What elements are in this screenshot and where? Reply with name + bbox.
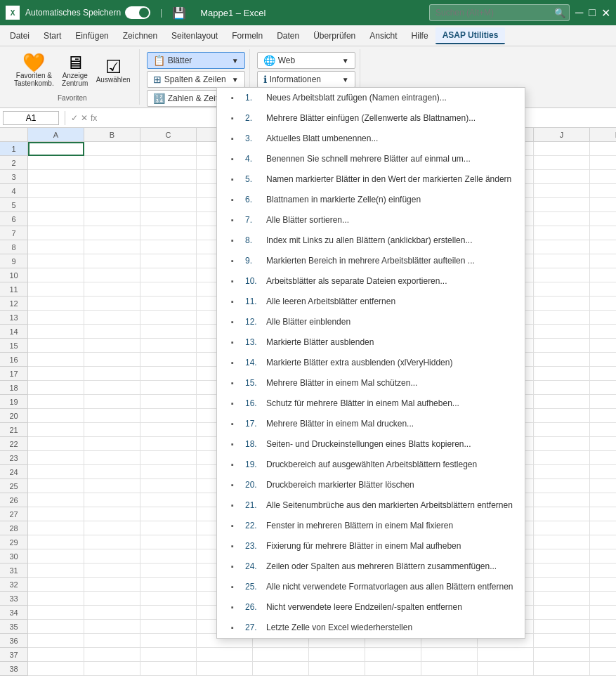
cell-K21[interactable] bbox=[590, 423, 616, 437]
row-header-35[interactable]: 35 bbox=[0, 620, 28, 634]
cell-B38[interactable] bbox=[84, 662, 140, 676]
cell-C3[interactable] bbox=[140, 170, 197, 184]
cell-J30[interactable] bbox=[534, 549, 590, 564]
row-header-14[interactable]: 14 bbox=[0, 325, 28, 339]
cell-J15[interactable] bbox=[534, 339, 590, 353]
informationen-dropdown[interactable]: ℹ Informationen ▼ bbox=[257, 71, 355, 88]
cell-A31[interactable] bbox=[28, 564, 84, 578]
cell-C20[interactable] bbox=[140, 409, 197, 423]
cell-B35[interactable] bbox=[84, 620, 140, 634]
cell-B18[interactable] bbox=[84, 381, 140, 395]
cell-B2[interactable] bbox=[84, 156, 140, 170]
cell-J32[interactable] bbox=[534, 578, 590, 592]
cell-K16[interactable] bbox=[590, 353, 616, 367]
cell-K8[interactable] bbox=[590, 240, 616, 254]
cell-B36[interactable] bbox=[84, 634, 140, 648]
cell-B29[interactable] bbox=[84, 535, 140, 549]
cell-A5[interactable] bbox=[28, 198, 84, 212]
cell-C36[interactable] bbox=[140, 634, 197, 648]
cell-F38[interactable] bbox=[309, 662, 365, 676]
cell-C11[interactable] bbox=[140, 282, 197, 297]
menu-item-22[interactable]: ▪22.Fenster in mehreren Blättern in eine… bbox=[217, 516, 525, 536]
cell-B24[interactable] bbox=[84, 465, 140, 479]
menu-item-14[interactable]: ▪14.Markierte Blätter extra ausblenden (… bbox=[217, 353, 525, 373]
cell-A38[interactable] bbox=[28, 662, 84, 676]
cell-J5[interactable] bbox=[534, 198, 590, 212]
menu-hilfe[interactable]: Hilfe bbox=[405, 28, 435, 44]
cell-A3[interactable] bbox=[28, 170, 84, 184]
cell-C21[interactable] bbox=[140, 423, 197, 437]
cell-B26[interactable] bbox=[84, 493, 140, 507]
cell-A11[interactable] bbox=[28, 282, 84, 297]
row-header-17[interactable]: 17 bbox=[0, 367, 28, 381]
cell-J10[interactable] bbox=[534, 268, 590, 282]
cell-J11[interactable] bbox=[534, 282, 590, 297]
menu-start[interactable]: Start bbox=[37, 28, 68, 44]
cell-B37[interactable] bbox=[84, 648, 140, 662]
cell-A19[interactable] bbox=[28, 395, 84, 409]
row-header-31[interactable]: 31 bbox=[0, 564, 28, 578]
row-header-38[interactable]: 38 bbox=[0, 662, 28, 676]
menu-item-9[interactable]: ▪9.Markierten Bereich in mehrere Arbeits… bbox=[217, 251, 525, 271]
cell-B30[interactable] bbox=[84, 549, 140, 564]
cell-A8[interactable] bbox=[28, 240, 84, 254]
cell-C6[interactable] bbox=[140, 212, 197, 226]
cell-J4[interactable] bbox=[534, 184, 590, 198]
cell-A16[interactable] bbox=[28, 353, 84, 367]
menu-item-24[interactable]: ▪24.Zeilen oder Spalten aus mehreren Blä… bbox=[217, 556, 525, 577]
row-header-34[interactable]: 34 bbox=[0, 606, 28, 620]
menu-formeln[interactable]: Formeln bbox=[225, 28, 270, 44]
cell-A35[interactable] bbox=[28, 620, 84, 634]
cell-K30[interactable] bbox=[590, 549, 616, 564]
cell-A20[interactable] bbox=[28, 409, 84, 423]
row-header-1[interactable]: 1 bbox=[0, 142, 28, 156]
row-header-30[interactable]: 30 bbox=[0, 549, 28, 564]
cell-J9[interactable] bbox=[534, 254, 590, 268]
cell-C1[interactable] bbox=[140, 142, 197, 156]
cell-K15[interactable] bbox=[590, 339, 616, 353]
cell-C13[interactable] bbox=[140, 311, 197, 325]
cell-reference[interactable] bbox=[3, 111, 59, 125]
cell-J29[interactable] bbox=[534, 535, 590, 549]
cell-B4[interactable] bbox=[84, 184, 140, 198]
cell-J28[interactable] bbox=[534, 521, 590, 535]
cell-B1[interactable] bbox=[84, 142, 140, 156]
col-header-C[interactable]: C bbox=[140, 128, 197, 141]
cell-J20[interactable] bbox=[534, 409, 590, 423]
cell-J36[interactable] bbox=[534, 634, 590, 648]
cell-B34[interactable] bbox=[84, 606, 140, 620]
spalten-zeilen-dropdown[interactable]: ⊞ Spalten & Zeilen ▼ bbox=[147, 71, 245, 88]
cell-A21[interactable] bbox=[28, 423, 84, 437]
menu-item-15[interactable]: ▪15.Mehrere Blätter in einem Mal schütze… bbox=[217, 373, 525, 393]
cell-B23[interactable] bbox=[84, 451, 140, 465]
blaetter-dropdown[interactable]: 📋 Blätter ▼ bbox=[147, 52, 245, 69]
menu-item-5[interactable]: ▪5.Namen markierter Blätter in den Wert … bbox=[217, 169, 525, 190]
cell-A7[interactable] bbox=[28, 226, 84, 240]
cell-J17[interactable] bbox=[534, 367, 590, 381]
menu-item-7[interactable]: ▪7.Alle Blätter sortieren... bbox=[217, 210, 525, 230]
cell-B8[interactable] bbox=[84, 240, 140, 254]
menu-item-3[interactable]: ▪3.Aktuelles Blatt umbenennen... bbox=[217, 129, 525, 149]
menu-zeichnen[interactable]: Zeichnen bbox=[116, 28, 164, 44]
cell-J8[interactable] bbox=[534, 240, 590, 254]
cell-B5[interactable] bbox=[84, 198, 140, 212]
cell-J2[interactable] bbox=[534, 156, 590, 170]
cell-B16[interactable] bbox=[84, 353, 140, 367]
menu-asap[interactable]: ASAP Utilities bbox=[435, 27, 506, 44]
row-header-4[interactable]: 4 bbox=[0, 184, 28, 198]
cell-C16[interactable] bbox=[140, 353, 197, 367]
cell-K27[interactable] bbox=[590, 507, 616, 521]
cell-K19[interactable] bbox=[590, 395, 616, 409]
cell-J7[interactable] bbox=[534, 226, 590, 240]
minimize-btn[interactable]: ─ bbox=[575, 6, 583, 20]
cell-C4[interactable] bbox=[140, 184, 197, 198]
cell-H38[interactable] bbox=[421, 662, 478, 676]
cell-C10[interactable] bbox=[140, 268, 197, 282]
cell-A1[interactable] bbox=[28, 142, 84, 156]
cell-B28[interactable] bbox=[84, 521, 140, 535]
cell-B3[interactable] bbox=[84, 170, 140, 184]
cell-J16[interactable] bbox=[534, 353, 590, 367]
cell-K28[interactable] bbox=[590, 521, 616, 535]
cell-J21[interactable] bbox=[534, 423, 590, 437]
row-header-15[interactable]: 15 bbox=[0, 339, 28, 353]
